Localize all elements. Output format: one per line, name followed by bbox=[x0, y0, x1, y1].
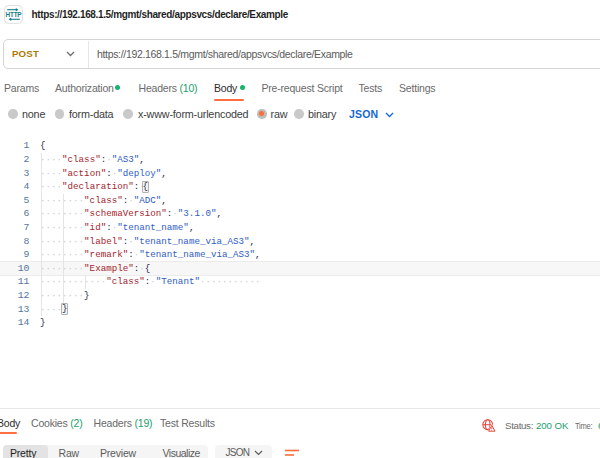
svg-text:HTTP: HTTP bbox=[6, 11, 23, 18]
